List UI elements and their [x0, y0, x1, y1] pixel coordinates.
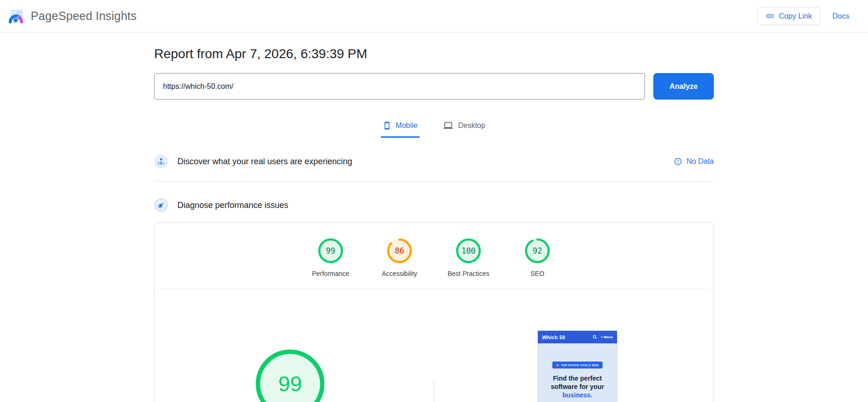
url-input[interactable] — [154, 73, 645, 100]
preview-badge-label: TOP RATED TOOLS 2026 — [561, 364, 599, 367]
score-gauge-item[interactable]: 86 Accessibility — [377, 238, 422, 277]
score-label: Performance — [312, 270, 349, 277]
score-label: Accessibility — [382, 270, 417, 277]
lab-data-title: Diagnose performance issues — [177, 201, 288, 210]
diagnose-gauge-icon — [154, 198, 168, 212]
real-users-icon — [154, 154, 168, 168]
preview-site-name: Which 50 — [542, 335, 565, 340]
field-data-section: Discover what your real users are experi… — [154, 154, 714, 168]
desktop-laptop-icon — [443, 121, 454, 130]
lighthouse-report-card: 99 Performance 86 Accessibility 100 Best… — [154, 222, 714, 402]
top-bar: PageSpeed Insights Copy Link Docs — [0, 0, 868, 33]
section-divider — [154, 181, 714, 181]
score-value: 92 — [524, 238, 550, 264]
score-gauge-item[interactable]: 99 Performance — [308, 238, 353, 277]
big-gauge-value: 99 — [255, 349, 325, 402]
tab-mobile[interactable]: Mobile — [381, 118, 420, 138]
link-icon — [766, 12, 774, 20]
score-value: 99 — [318, 238, 344, 264]
no-data-link[interactable]: No Data — [674, 157, 714, 166]
copy-link-label: Copy Link — [779, 12, 812, 20]
preview-menu-label: ≡ Menu — [601, 335, 613, 339]
preview-search-icon — [593, 335, 597, 339]
preview-header: Which 50 ≡ Menu — [538, 331, 617, 343]
field-data-title: Discover what your real users are experi… — [177, 157, 352, 167]
preview-heading: Find the perfect software for your busin… — [543, 375, 611, 400]
report-title: Report from Apr 7, 2026, 6:39:39 PM — [154, 47, 714, 61]
device-tabs: Mobile Desktop — [154, 118, 714, 138]
performance-detail-area: 99 Which 50 ≡ Menu — [155, 289, 713, 402]
score-gauge-item[interactable]: 92 SEO — [515, 238, 560, 277]
analyze-button[interactable]: Analyze — [653, 73, 714, 100]
mobile-phone-icon — [383, 121, 391, 130]
info-icon — [674, 157, 682, 166]
preview-heading-accent: business. — [563, 391, 593, 399]
score-value: 86 — [387, 238, 413, 264]
copy-link-button[interactable]: Copy Link — [757, 7, 820, 25]
score-gauge-ring: 86 — [387, 238, 413, 264]
score-summary: 99 Performance 86 Accessibility 100 Best… — [155, 223, 713, 277]
score-label: Best Practices — [448, 270, 489, 277]
lab-data-section: Diagnose performance issues — [154, 198, 714, 212]
no-data-label: No Data — [686, 157, 714, 166]
preview-body: ★ TOP RATED TOOLS 2026 Find the perfect … — [538, 343, 617, 402]
vertical-divider — [434, 381, 434, 402]
preview-badge: ★ TOP RATED TOOLS 2026 — [552, 362, 603, 368]
score-gauge-item[interactable]: 100 Best Practices — [446, 238, 491, 277]
main-content: Report from Apr 7, 2026, 6:39:39 PM Anal… — [154, 47, 714, 402]
pagespeed-logo-icon[interactable] — [8, 8, 24, 24]
score-value: 100 — [455, 238, 481, 264]
tab-mobile-label: Mobile — [396, 121, 418, 130]
score-gauge-ring: 99 — [318, 238, 344, 264]
score-gauge-ring: 92 — [524, 238, 550, 264]
tab-desktop[interactable]: Desktop — [441, 118, 488, 138]
site-screenshot-preview[interactable]: Which 50 ≡ Menu ★ TOP R — [537, 330, 617, 402]
star-icon: ★ — [556, 363, 559, 367]
preview-heading-main: Find the perfect software for your — [551, 375, 604, 390]
score-gauge-ring: 100 — [455, 238, 481, 264]
score-label: SEO — [530, 270, 544, 277]
app-title: PageSpeed Insights — [31, 9, 136, 23]
url-search-row: Analyze — [154, 73, 714, 100]
performance-gauge: 99 — [255, 349, 325, 402]
tab-desktop-label: Desktop — [458, 121, 486, 130]
docs-link[interactable]: Docs — [833, 12, 849, 20]
